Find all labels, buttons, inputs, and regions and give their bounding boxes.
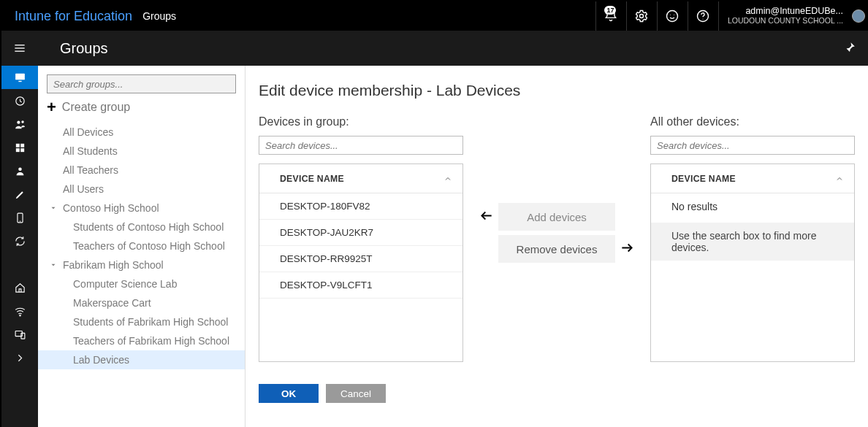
settings-button[interactable] (626, 1, 657, 31)
notifications-button[interactable]: 17 (595, 1, 626, 31)
svg-point-18 (18, 167, 22, 171)
breadcrumb[interactable]: Groups (142, 10, 176, 22)
chevron-up-icon (835, 174, 844, 183)
help-button[interactable] (688, 1, 718, 31)
pin-button[interactable] (843, 41, 856, 56)
groups-sidebar: + Create group All DevicesAll StudentsAl… (38, 66, 245, 427)
add-devices-button[interactable]: Add devices (498, 203, 615, 231)
tree-item[interactable]: All Devices (38, 123, 245, 142)
svg-point-5 (703, 19, 704, 20)
blade-header: Groups (1, 31, 868, 66)
no-results-row: No results (651, 193, 854, 223)
tree-item-label: All Students (63, 145, 118, 157)
rail-user[interactable] (1, 159, 38, 182)
svg-point-12 (17, 120, 20, 123)
rail-sync[interactable] (1, 229, 38, 253)
svg-rect-10 (18, 80, 21, 81)
tree-item[interactable]: Students of Fabrikam High School (38, 312, 245, 331)
search-devices-in-group-input[interactable] (259, 136, 463, 155)
rail-device[interactable] (1, 206, 38, 229)
rail-edit[interactable] (1, 182, 38, 206)
svg-rect-9 (15, 73, 25, 80)
chevron-down-icon (50, 202, 60, 214)
ok-button[interactable]: OK (259, 384, 319, 403)
svg-rect-14 (15, 143, 19, 147)
tree-item[interactable]: All Teachers (38, 161, 245, 180)
tree-item[interactable]: All Users (38, 180, 245, 199)
table-row[interactable]: DESKTOP-180FV82 (259, 193, 462, 220)
feedback-button[interactable] (657, 1, 688, 31)
all-other-devices-table: DEVICE NAME No results Use the search bo… (650, 164, 855, 362)
tree-item[interactable]: Teachers of Contoso High School (38, 236, 245, 255)
page-title: Edit device membership - Lab Devices (259, 82, 855, 99)
tree-item[interactable]: Lab Devices (38, 350, 245, 369)
all-other-devices-header[interactable]: DEVICE NAME (651, 164, 854, 193)
rail-users[interactable] (1, 112, 38, 136)
transfer-controls: Add devices Remove devices (463, 115, 650, 362)
column-device-name: DEVICE NAME (280, 174, 344, 184)
tree-item-label: All Teachers (63, 164, 118, 176)
svg-rect-16 (15, 148, 19, 152)
svg-rect-15 (20, 143, 24, 147)
avatar[interactable] (852, 1, 868, 31)
arrow-left-icon (479, 209, 494, 226)
rail-dashboard[interactable] (1, 66, 38, 89)
account-menu[interactable]: admin@IntuneEDUBe... LOUDOUN COUNTY SCHO… (718, 1, 852, 31)
remove-devices-button[interactable]: Remove devices (498, 235, 615, 263)
table-row[interactable]: DESKTOP-JAU2KR7 (259, 220, 462, 246)
devices-in-group-col: Devices in group: DEVICE NAME DESKTOP-18… (259, 115, 463, 362)
tree-item-label: Students of Fabrikam High School (73, 316, 228, 328)
svg-point-3 (674, 15, 674, 15)
search-groups-input[interactable] (47, 74, 236, 93)
devices-in-group-table: DEVICE NAME DESKTOP-180FV82DESKTOP-JAU2K… (259, 164, 463, 362)
tree-item[interactable]: Makerspace Cart (38, 293, 245, 312)
cancel-button[interactable]: Cancel (326, 384, 386, 403)
tree-item-label: Computer Science Lab (73, 278, 177, 290)
svg-point-1 (667, 11, 678, 22)
no-results-text: No results (671, 201, 842, 212)
blade-title: Groups (60, 40, 108, 57)
rail-devices[interactable] (1, 323, 38, 346)
tree-item[interactable]: All Students (38, 142, 245, 161)
rail-recent[interactable] (1, 89, 38, 112)
tree-item-label: Teachers of Fabrikam High School (73, 335, 229, 347)
svg-point-21 (19, 315, 20, 315)
all-other-devices-col: All other devices: DEVICE NAME No result… (650, 115, 855, 362)
tree-item[interactable]: Computer Science Lab (38, 274, 245, 293)
table-row[interactable]: DESKTOP-V9LCFT1 (259, 272, 462, 299)
svg-point-0 (640, 15, 644, 18)
create-group-label: Create group (62, 101, 130, 114)
chevron-up-icon (443, 174, 452, 183)
create-group-button[interactable]: + Create group (47, 99, 236, 115)
footer-actions: OK Cancel (259, 384, 855, 403)
rail-wifi[interactable] (1, 299, 38, 323)
search-hint: Use the search box to find more devices. (651, 223, 854, 261)
column-device-name-r: DEVICE NAME (671, 174, 736, 184)
tree-item[interactable]: Teachers of Fabrikam High School (38, 331, 245, 350)
tree-item-label: Makerspace Cart (73, 297, 151, 309)
search-all-devices-input[interactable] (650, 136, 855, 155)
tree-item[interactable]: Students of Contoso High School (38, 218, 245, 236)
menu-toggle[interactable] (1, 31, 38, 66)
nav-rail (1, 66, 38, 427)
table-row[interactable]: DESKTOP-RR9925T (259, 246, 462, 272)
tree-item[interactable]: Fabrikam High School (38, 255, 245, 274)
tree-item[interactable]: Contoso High School (38, 199, 245, 218)
tree-item-label: All Devices (63, 126, 113, 138)
arrow-right-icon (620, 241, 634, 258)
topbar: Intune for Education Groups 17 admin@Int… (1, 1, 868, 31)
content-pane: Edit device membership - Lab Devices Dev… (245, 66, 868, 427)
brand-title[interactable]: Intune for Education (1, 9, 142, 24)
tree-item-label: Students of Contoso High School (73, 221, 224, 233)
rail-home[interactable] (1, 276, 38, 299)
user-email: admin@IntuneEDUBe... (745, 7, 843, 17)
add-devices-label: Add devices (527, 211, 587, 223)
svg-rect-17 (20, 148, 24, 152)
rail-tools[interactable] (1, 253, 38, 276)
tree-item-label: Lab Devices (73, 354, 129, 366)
devices-in-group-header[interactable]: DEVICE NAME (259, 164, 462, 193)
user-org: LOUDOUN COUNTY SCHOOL ... (728, 17, 843, 26)
rail-more[interactable] (1, 346, 38, 369)
rail-apps[interactable] (1, 136, 38, 159)
plus-icon: + (47, 99, 56, 115)
